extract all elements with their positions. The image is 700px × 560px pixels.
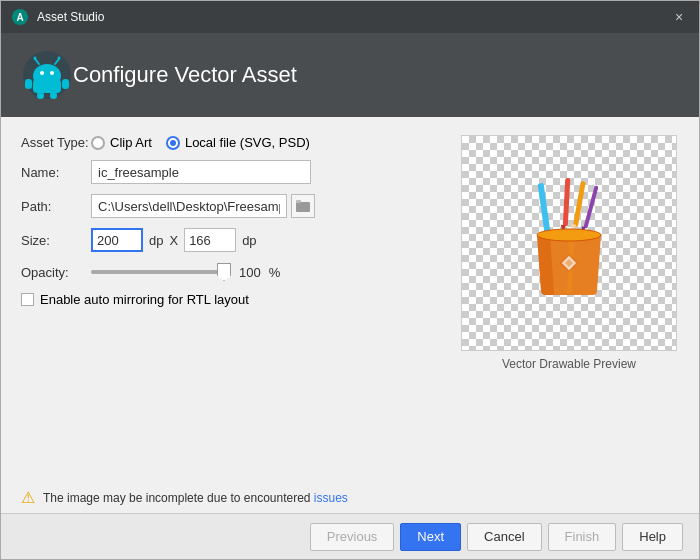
header: Configure Vector Asset bbox=[1, 33, 699, 117]
path-row: Path: bbox=[21, 194, 443, 218]
help-button[interactable]: Help bbox=[622, 523, 683, 551]
opacity-value: 100 bbox=[239, 265, 261, 280]
width-input[interactable] bbox=[91, 228, 143, 252]
footer: Previous Next Cancel Finish Help bbox=[1, 513, 699, 559]
opacity-slider[interactable] bbox=[91, 262, 231, 282]
content-area: Asset Type: Clip Art Local file (SVG, PS… bbox=[1, 117, 699, 482]
rtl-checkbox[interactable] bbox=[21, 293, 34, 306]
size-label: Size: bbox=[21, 233, 91, 248]
finish-button[interactable]: Finish bbox=[548, 523, 617, 551]
app-icon: A bbox=[11, 8, 29, 26]
cancel-button[interactable]: Cancel bbox=[467, 523, 541, 551]
svg-rect-23 bbox=[583, 185, 598, 229]
clip-art-option[interactable]: Clip Art bbox=[91, 135, 152, 150]
svg-rect-19 bbox=[563, 178, 571, 226]
previous-button[interactable]: Previous bbox=[310, 523, 395, 551]
dp-label-2: dp bbox=[242, 233, 256, 248]
path-label: Path: bbox=[21, 199, 91, 214]
local-file-radio[interactable] bbox=[166, 136, 180, 150]
svg-text:A: A bbox=[16, 12, 23, 23]
svg-rect-13 bbox=[37, 92, 44, 99]
svg-rect-16 bbox=[296, 200, 301, 203]
android-logo-icon bbox=[21, 49, 73, 101]
svg-point-5 bbox=[34, 57, 37, 60]
svg-rect-12 bbox=[62, 79, 69, 89]
size-row: Size: dp X dp bbox=[21, 228, 443, 252]
svg-rect-15 bbox=[296, 202, 310, 212]
clip-art-radio[interactable] bbox=[91, 136, 105, 150]
opacity-row: Opacity: 100 % bbox=[21, 262, 443, 282]
window-title: Asset Studio bbox=[37, 10, 669, 24]
preview-image bbox=[509, 173, 629, 313]
form-section: Asset Type: Clip Art Local file (SVG, PS… bbox=[21, 135, 443, 472]
size-x-label: X bbox=[169, 233, 178, 248]
svg-rect-17 bbox=[538, 183, 551, 233]
svg-rect-11 bbox=[25, 79, 32, 89]
path-input-group bbox=[91, 194, 315, 218]
next-button[interactable]: Next bbox=[400, 523, 461, 551]
browse-folder-button[interactable] bbox=[291, 194, 315, 218]
local-file-option[interactable]: Local file (SVG, PSD) bbox=[166, 135, 310, 150]
height-input[interactable] bbox=[184, 228, 236, 252]
warning-bar: ⚠ The image may be incomplete due to enc… bbox=[1, 482, 699, 513]
svg-rect-21 bbox=[573, 181, 586, 227]
clip-art-label: Clip Art bbox=[110, 135, 152, 150]
name-label: Name: bbox=[21, 165, 91, 180]
opacity-percent: % bbox=[269, 265, 281, 280]
slider-thumb[interactable] bbox=[217, 263, 231, 281]
dp-label-1: dp bbox=[149, 233, 163, 248]
svg-rect-14 bbox=[50, 92, 57, 99]
preview-section: Vector Drawable Preview bbox=[459, 135, 679, 472]
slider-track bbox=[91, 270, 231, 274]
opacity-label: Opacity: bbox=[21, 265, 91, 280]
asset-type-label: Asset Type: bbox=[21, 135, 91, 150]
close-button[interactable]: × bbox=[669, 7, 689, 27]
rtl-label: Enable auto mirroring for RTL layout bbox=[40, 292, 249, 307]
svg-point-7 bbox=[58, 57, 61, 60]
svg-point-9 bbox=[50, 71, 54, 75]
preview-box bbox=[461, 135, 677, 351]
path-input[interactable] bbox=[91, 194, 287, 218]
warning-message: The image may be incomplete due to encou… bbox=[43, 491, 311, 505]
name-input[interactable] bbox=[91, 160, 311, 184]
asset-type-options: Clip Art Local file (SVG, PSD) bbox=[91, 135, 310, 150]
warning-icon: ⚠ bbox=[21, 488, 35, 507]
issues-link[interactable]: issues bbox=[314, 491, 348, 505]
svg-point-8 bbox=[40, 71, 44, 75]
size-input-group: dp X dp bbox=[91, 228, 257, 252]
asset-type-row: Asset Type: Clip Art Local file (SVG, PS… bbox=[21, 135, 443, 150]
opacity-controls: 100 % bbox=[91, 262, 280, 282]
local-file-label: Local file (SVG, PSD) bbox=[185, 135, 310, 150]
main-window: A Asset Studio × Config bbox=[0, 0, 700, 560]
rtl-row: Enable auto mirroring for RTL layout bbox=[21, 292, 443, 307]
warning-text: The image may be incomplete due to encou… bbox=[43, 491, 348, 505]
page-title: Configure Vector Asset bbox=[73, 62, 297, 88]
svg-rect-10 bbox=[33, 79, 61, 93]
folder-icon bbox=[296, 200, 310, 212]
title-bar: A Asset Studio × bbox=[1, 1, 699, 33]
preview-label: Vector Drawable Preview bbox=[502, 357, 636, 371]
slider-fill bbox=[91, 270, 231, 274]
name-row: Name: bbox=[21, 160, 443, 184]
